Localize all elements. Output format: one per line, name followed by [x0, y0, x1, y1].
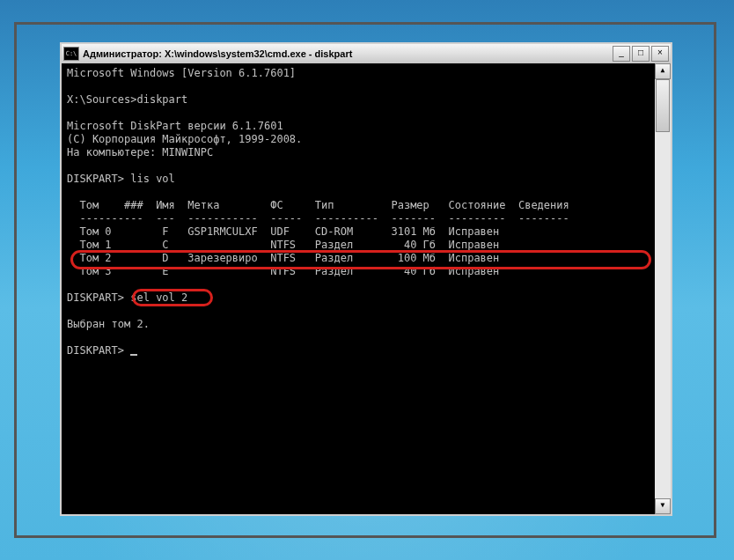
window-title: Администратор: X:\windows\system32\cmd.e…	[83, 48, 613, 59]
table-header: Том ### Имя Метка ФС Тип Размер Состояни…	[67, 199, 569, 211]
table-row: Том 0 F GSP1RMCULXF UDF CD-ROM 3101 Мб И…	[67, 225, 499, 238]
minimize-button[interactable]: _	[613, 46, 630, 62]
close-button[interactable]: ×	[651, 46, 669, 62]
scroll-thumb[interactable]	[656, 79, 670, 132]
cmd-icon: C:\	[63, 47, 79, 61]
line: Microsoft Windows [Version 6.1.7601]	[67, 67, 296, 79]
maximize-button[interactable]: □	[632, 46, 650, 62]
window-controls: _ □ ×	[613, 46, 669, 62]
table-row: Том 3 E NTFS Раздел 40 Гб Исправен	[67, 265, 499, 277]
scroll-up-button[interactable]: ▲	[655, 63, 671, 79]
line: (C) Корпорация Майкрософт, 1999-2008.	[67, 133, 302, 145]
line: DISKPART> lis vol	[67, 173, 175, 185]
table-row: Том 2 D Зарезервиро NTFS Раздел 100 Мб И…	[67, 252, 499, 264]
scroll-down-button[interactable]: ▼	[655, 498, 671, 514]
line: На компьютере: MINWINPC	[67, 146, 213, 158]
table-row: Том 1 C NTFS Раздел 40 Гб Исправен	[67, 239, 499, 251]
line: Microsoft DiskPart версии 6.1.7601	[67, 120, 283, 132]
prompt-current: DISKPART>	[67, 344, 130, 357]
cmd-window: C:\ Администратор: X:\windows\system32\c…	[60, 42, 672, 516]
table-rule: ---------- --- ----------- ----- -------…	[67, 212, 569, 225]
terminal-output[interactable]: Microsoft Windows [Version 6.1.7601] X:\…	[62, 63, 655, 514]
cursor	[130, 354, 137, 356]
scrollbar[interactable]: ▲ ▼	[655, 63, 671, 514]
line: DISKPART> sel vol 2	[67, 291, 187, 304]
line: Выбран том 2.	[67, 318, 150, 330]
line: X:\Sources>diskpart	[67, 93, 187, 106]
titlebar[interactable]: C:\ Администратор: X:\windows\system32\c…	[62, 44, 671, 64]
